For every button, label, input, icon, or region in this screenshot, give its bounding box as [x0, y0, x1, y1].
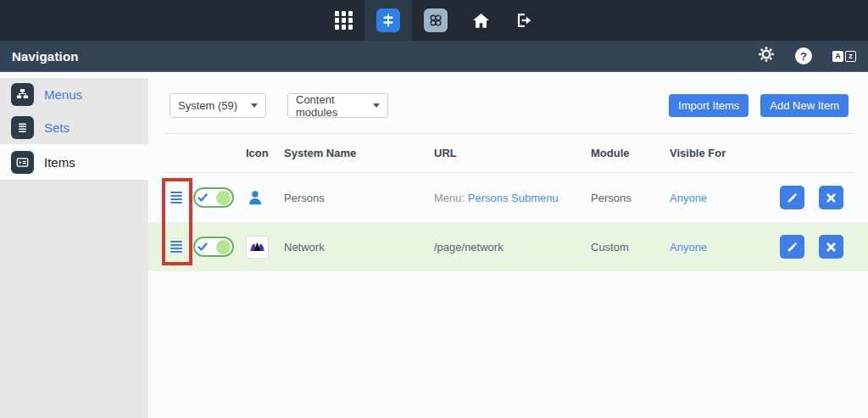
- title-bar: Navigation ? A z: [0, 41, 868, 72]
- delete-button[interactable]: [819, 186, 843, 209]
- settings-gear-icon[interactable]: [758, 46, 775, 66]
- sidebar: Menus Sets: [0, 72, 148, 418]
- header-visible-for: Visible For: [670, 147, 780, 159]
- top-app-bar: [0, 0, 868, 41]
- language-icon-z: z: [845, 51, 856, 62]
- table-row-persons: Persons Menu: Persons Submenu Persons An…: [148, 173, 868, 222]
- chevron-down-icon: [251, 103, 258, 108]
- edit-button[interactable]: [780, 235, 804, 259]
- delete-button[interactable]: [819, 235, 843, 259]
- drag-handle-icon[interactable]: [170, 192, 182, 204]
- enabled-toggle[interactable]: [193, 237, 234, 257]
- system-filter-value: System (59): [178, 99, 237, 112]
- row-url: /page/network: [434, 241, 591, 254]
- header-system-name: System Name: [284, 147, 434, 159]
- main-panel: System (59) Content modules Import Items…: [148, 72, 868, 418]
- module-filter-value: Content modules: [296, 93, 373, 119]
- check-icon: [197, 192, 209, 203]
- url-prefix: Menu:: [434, 192, 465, 204]
- pencil-icon: [786, 192, 798, 204]
- table-row-network: Network /page/network Custom Anyone: [148, 222, 868, 271]
- person-icon: [246, 188, 264, 207]
- language-icon-a: A: [832, 51, 843, 62]
- apps-grid-icon[interactable]: [323, 0, 365, 41]
- joomla-icon: [424, 8, 448, 32]
- close-icon: [826, 242, 837, 253]
- table-header: Icon System Name URL Module Visible For: [148, 134, 868, 172]
- sidebar-item-label: Sets: [44, 120, 70, 135]
- menu-manager-icon: [376, 8, 400, 32]
- help-icon[interactable]: ?: [795, 47, 812, 64]
- sitemap-icon: [11, 83, 34, 106]
- enabled-toggle[interactable]: [193, 187, 234, 208]
- list-icon: [11, 116, 34, 139]
- page-title: Navigation: [12, 49, 79, 64]
- sidebar-item-label: Items: [44, 155, 75, 170]
- system-filter-select[interactable]: System (59): [170, 93, 266, 118]
- visible-for-link[interactable]: Anyone: [670, 192, 707, 204]
- header-module: Module: [591, 147, 670, 159]
- chevron-down-icon: [373, 103, 380, 108]
- row-module: Persons: [591, 192, 670, 204]
- row-module: Custom: [591, 241, 670, 254]
- menu-items-icon: [11, 151, 34, 174]
- module-filter-select[interactable]: Content modules: [287, 93, 388, 118]
- menu-manager-tab-active[interactable]: [364, 0, 412, 41]
- network-logo: [246, 236, 269, 259]
- row-name: Network: [284, 241, 434, 254]
- add-new-item-button[interactable]: Add New Item: [760, 94, 849, 117]
- header-icon: Icon: [246, 147, 284, 159]
- sidebar-item-items[interactable]: Items: [0, 144, 148, 180]
- row-name: Persons: [284, 192, 434, 204]
- sidebar-item-sets[interactable]: Sets: [0, 111, 148, 144]
- edit-button[interactable]: [780, 186, 804, 209]
- language-icon[interactable]: A z: [832, 51, 856, 62]
- url-link[interactable]: Persons Submenu: [468, 192, 559, 204]
- check-icon: [197, 241, 209, 253]
- visible-for-link[interactable]: Anyone: [670, 241, 707, 254]
- toggle-knob: [216, 191, 231, 205]
- sidebar-item-label: Menus: [44, 87, 82, 102]
- header-url: URL: [434, 147, 591, 159]
- logout-icon[interactable]: [503, 0, 545, 41]
- sidebar-item-menus[interactable]: Menus: [0, 78, 148, 111]
- joomla-link[interactable]: [412, 0, 459, 41]
- drag-handle-icon[interactable]: [170, 241, 182, 254]
- close-icon: [826, 192, 837, 203]
- toggle-knob: [216, 240, 231, 254]
- pencil-icon: [786, 241, 798, 254]
- home-icon[interactable]: [459, 0, 503, 41]
- import-items-button[interactable]: Import Items: [669, 94, 748, 117]
